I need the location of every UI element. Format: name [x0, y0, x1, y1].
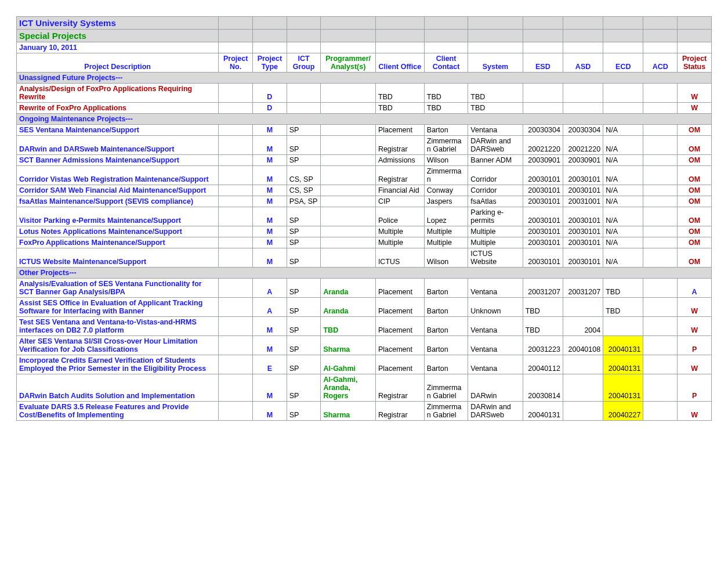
cell-contact: Wilson: [424, 248, 468, 268]
projects-table: ICT University SystemsSpecial ProjectsJa…: [16, 16, 712, 421]
cell-contact: Barton: [424, 125, 468, 136]
cell-system: Ventana: [468, 336, 523, 355]
cell-prog: [321, 103, 375, 114]
cell-asd: 20030101: [563, 166, 603, 185]
cell-ecd: N/A: [603, 136, 643, 155]
cell-desc: Evaluate DARS 3.5 Release Features and P…: [17, 402, 219, 421]
cell-esd: 20030101: [523, 196, 563, 207]
cell-office: Placement: [375, 317, 424, 336]
cell-ecd: N/A: [603, 196, 643, 207]
cell-status: W: [678, 103, 712, 114]
cell-type: D: [253, 103, 287, 114]
cell-office: Registrar: [375, 402, 424, 421]
cell-contact: Barton: [424, 355, 468, 374]
cell-esd: 20030101: [523, 185, 563, 196]
section-header: Ongoing Maintenance Projects---: [17, 114, 712, 125]
cell-contact: TBD: [424, 103, 468, 114]
cell-ecd: TBD: [603, 298, 643, 317]
cell-prog: [321, 207, 375, 226]
cell-group: SP: [287, 237, 321, 248]
cell-acd: [643, 103, 678, 114]
cell-type: M: [253, 226, 287, 237]
cell-no: [219, 155, 253, 166]
cell-office: Placement: [375, 298, 424, 317]
cell-status: OM: [678, 196, 712, 207]
cell-no: [219, 207, 253, 226]
cell-ecd: [603, 84, 643, 103]
cell-contact: Zimmerman Gabriel: [424, 136, 468, 155]
cell-desc: FoxPro Applications Maintenance/Support: [17, 237, 219, 248]
cell-prog: Sharma: [321, 402, 375, 421]
cell-prog: [321, 196, 375, 207]
cell-acd: [643, 374, 678, 402]
cell-desc: DARwin Batch Audits Solution and Impleme…: [17, 374, 219, 402]
cell-acd: [643, 402, 678, 421]
col-type: Project Type: [253, 53, 287, 73]
cell-acd: [643, 84, 678, 103]
cell-contact: Barton: [424, 279, 468, 298]
report-date: January 10, 2011: [17, 42, 219, 53]
cell-ecd: N/A: [603, 125, 643, 136]
cell-office: Admissions: [375, 155, 424, 166]
cell-system: Ventana: [468, 279, 523, 298]
col-office: Client Office: [375, 53, 424, 73]
cell-ecd: 20040131: [603, 336, 643, 355]
cell-type: M: [253, 336, 287, 355]
cell-type: M: [253, 166, 287, 185]
cell-group: SP: [287, 226, 321, 237]
cell-status: OM: [678, 136, 712, 155]
cell-status: P: [678, 374, 712, 402]
cell-system: fsaAtlas: [468, 196, 523, 207]
cell-prog: [321, 155, 375, 166]
cell-type: M: [253, 402, 287, 421]
cell-status: OM: [678, 237, 712, 248]
cell-acd: [643, 207, 678, 226]
cell-acd: [643, 317, 678, 336]
cell-type: M: [253, 237, 287, 248]
cell-type: M: [253, 374, 287, 402]
cell-status: OM: [678, 226, 712, 237]
cell-asd: 20040108: [563, 336, 603, 355]
cell-system: TBD: [468, 84, 523, 103]
cell-acd: [643, 155, 678, 166]
cell-asd: 20030901: [563, 155, 603, 166]
cell-group: SP: [287, 155, 321, 166]
cell-status: OM: [678, 248, 712, 268]
cell-ecd: N/A: [603, 166, 643, 185]
cell-asd: [563, 402, 603, 421]
cell-system: DARwin and DARSweb: [468, 136, 523, 155]
col-asd: ASD: [563, 53, 603, 73]
cell-type: A: [253, 298, 287, 317]
cell-contact: TBD: [424, 84, 468, 103]
col-desc: Project Description: [17, 53, 219, 73]
cell-esd: [523, 103, 563, 114]
cell-esd: 20030901: [523, 155, 563, 166]
cell-status: OM: [678, 207, 712, 226]
cell-group: CS, SP: [287, 185, 321, 196]
cell-system: ICTUS Website: [468, 248, 523, 268]
cell-group: SP: [287, 317, 321, 336]
cell-ecd: N/A: [603, 237, 643, 248]
cell-type: M: [253, 196, 287, 207]
cell-status: W: [678, 355, 712, 374]
cell-ecd: 20040227: [603, 402, 643, 421]
cell-no: [219, 125, 253, 136]
cell-system: DARwin and DARSweb: [468, 402, 523, 421]
cell-office: Multiple: [375, 237, 424, 248]
cell-esd: 20031223: [523, 336, 563, 355]
cell-office: ICTUS: [375, 248, 424, 268]
cell-group: SP: [287, 207, 321, 226]
cell-ecd: [603, 103, 643, 114]
cell-no: [219, 298, 253, 317]
cell-group: SP: [287, 336, 321, 355]
cell-system: Ventana: [468, 355, 523, 374]
cell-esd: 20030101: [523, 226, 563, 237]
cell-prog: Sharma: [321, 336, 375, 355]
cell-desc: Corridor Vistas Web Registration Mainten…: [17, 166, 219, 185]
cell-desc: Incorporate Credits Earned Verification …: [17, 355, 219, 374]
cell-esd: 20030101: [523, 166, 563, 185]
cell-prog: [321, 84, 375, 103]
cell-prog: TBD: [321, 317, 375, 336]
cell-type: M: [253, 185, 287, 196]
cell-desc: Assist SES Office in Evaluation of Appli…: [17, 298, 219, 317]
